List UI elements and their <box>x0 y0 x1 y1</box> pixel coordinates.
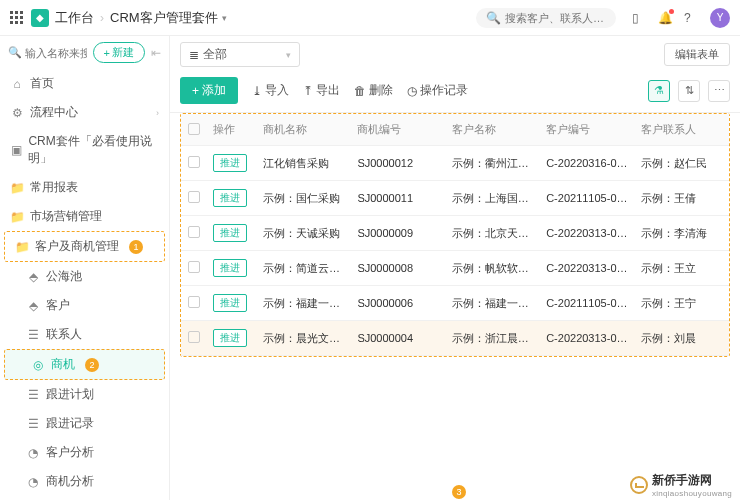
cell-custcode: C-20220313-0000004 <box>540 321 634 356</box>
export-button[interactable]: ⤒导出 <box>303 82 340 99</box>
row-checkbox[interactable] <box>188 296 200 308</box>
trash-icon: 🗑 <box>354 84 366 98</box>
workspace-title[interactable]: 工作台 <box>55 9 94 27</box>
sidebar-item-6[interactable]: ⬘公海池 <box>0 262 169 291</box>
nav-icon: ⚙ <box>10 106 24 120</box>
cell-code: SJ0000004 <box>351 321 445 356</box>
push-button[interactable]: 推进 <box>213 259 247 277</box>
import-icon: ⤓ <box>252 84 262 98</box>
sidebar-item-1[interactable]: ⚙流程中心› <box>0 98 169 127</box>
sidebar-item-label: 跟进记录 <box>46 415 94 432</box>
push-button[interactable]: 推进 <box>213 224 247 242</box>
sidebar-item-11[interactable]: ☰跟进记录 <box>0 409 169 438</box>
add-button[interactable]: +添加 <box>180 77 238 104</box>
select-all-checkbox[interactable] <box>188 123 200 135</box>
new-button[interactable]: +新建 <box>93 42 145 63</box>
push-button[interactable]: 推进 <box>213 154 247 172</box>
global-search-input[interactable] <box>505 12 606 24</box>
topbar: ◆ 工作台 › CRM客户管理套件 ▾ 🔍 ▯ 🔔 ? Y <box>0 0 740 36</box>
brand-icon: ◆ <box>31 9 49 27</box>
nav-icon: ◔ <box>26 475 40 489</box>
sidebar-item-9[interactable]: ◎商机2 <box>4 349 165 380</box>
cell-custcode: C-20220313-0000002 <box>540 216 634 251</box>
edit-form-button[interactable]: 编辑表单 <box>664 43 730 66</box>
col-header[interactable]: 客户名称 <box>446 114 540 146</box>
filter-icon[interactable]: ⚗ <box>648 80 670 102</box>
nav-icon: 📁 <box>15 240 29 254</box>
table-row[interactable]: 推进江化销售采购SJ0000012示例：衢州江化集团C-20220316-000… <box>181 146 729 181</box>
row-checkbox[interactable] <box>188 191 200 203</box>
app-launcher-icon[interactable] <box>10 11 23 24</box>
table-row[interactable]: 推进示例：晨光文具设备…SJ0000004示例：浙江晨光文具…C-2022031… <box>181 321 729 356</box>
sidebar-search-input[interactable] <box>25 47 87 59</box>
row-checkbox[interactable] <box>188 261 200 273</box>
sidebar-item-14[interactable]: 📁产品报价管理 <box>0 496 169 500</box>
cell-cust: 示例：浙江晨光文具… <box>446 321 540 356</box>
toolbar: +添加 ⤓导入 ⤒导出 🗑删除 ◷操作记录 ⚗ ⇅ ⋯ <box>170 73 740 113</box>
delete-button[interactable]: 🗑删除 <box>354 82 393 99</box>
table-row[interactable]: 推进示例：国仁采购SJ0000011示例：上海国仁有限…C-20211105-0… <box>181 181 729 216</box>
cell-name: 示例：福建一高3月订单 <box>257 286 351 321</box>
avatar[interactable]: Y <box>710 8 730 28</box>
table-row[interactable]: 推进示例：简道云采购SJ0000008示例：帆软软件有限公司C-20220313… <box>181 251 729 286</box>
push-button[interactable]: 推进 <box>213 294 247 312</box>
sidebar-item-label: 公海池 <box>46 268 82 285</box>
nav-icon: ◔ <box>26 446 40 460</box>
sidebar-item-label: 客户 <box>46 297 70 314</box>
collapse-icon[interactable]: ⇤ <box>151 46 161 60</box>
settings-icon[interactable]: ⋯ <box>708 80 730 102</box>
watermark: 新侨手游网 xinqiaoshouyouwang <box>630 472 732 498</box>
sidebar-item-3[interactable]: 📁常用报表 <box>0 173 169 202</box>
row-checkbox[interactable] <box>188 156 200 168</box>
main-panel: ≣全部 ▾ 编辑表单 +添加 ⤓导入 ⤒导出 🗑删除 ◷操作记录 ⚗ ⇅ ⋯ 操… <box>170 36 740 500</box>
cell-name: 示例：晨光文具设备… <box>257 321 351 356</box>
notification-icon[interactable]: 🔔 <box>658 11 672 25</box>
sidebar-item-12[interactable]: ◔客户分析 <box>0 438 169 467</box>
sidebar-item-label: 跟进计划 <box>46 386 94 403</box>
sidebar-item-label: CRM套件「必看使用说明」 <box>28 133 159 167</box>
push-button[interactable]: 推进 <box>213 329 247 347</box>
sidebar-item-0[interactable]: ⌂首页 <box>0 69 169 98</box>
import-button[interactable]: ⤓导入 <box>252 82 289 99</box>
nav-icon: ☰ <box>26 328 40 342</box>
push-button[interactable]: 推进 <box>213 189 247 207</box>
row-checkbox[interactable] <box>188 331 200 343</box>
sidebar-item-7[interactable]: ⬘客户 <box>0 291 169 320</box>
sidebar-item-10[interactable]: ☰跟进计划 <box>0 380 169 409</box>
sidebar-item-label: 首页 <box>30 75 54 92</box>
breadcrumb-sep: › <box>100 11 104 25</box>
nav-icon: 📁 <box>10 210 24 224</box>
cell-code: SJ0000009 <box>351 216 445 251</box>
sidebar-item-5[interactable]: 📁客户及商机管理1 <box>4 231 165 262</box>
bookmark-icon[interactable]: ▯ <box>632 11 646 25</box>
col-header[interactable]: 操作 <box>207 114 257 146</box>
chevron-down-icon[interactable]: ▾ <box>222 13 227 23</box>
col-header[interactable]: 商机名称 <box>257 114 351 146</box>
sidebar-search[interactable]: 🔍 <box>8 46 87 59</box>
log-button[interactable]: ◷操作记录 <box>407 82 468 99</box>
nav-icon: ☰ <box>26 388 40 402</box>
table-row[interactable]: 推进示例：福建一高3月订单SJ0000006示例：福建一高集团C-2021110… <box>181 286 729 321</box>
cell-contact: 示例：赵仁民 <box>635 146 729 181</box>
view-selector[interactable]: ≣全部 ▾ <box>180 42 300 67</box>
suite-title[interactable]: CRM客户管理套件 <box>110 9 218 27</box>
col-header[interactable]: 商机编号 <box>351 114 445 146</box>
nav-icon: 📁 <box>10 181 24 195</box>
sidebar-item-label: 客户分析 <box>46 444 94 461</box>
col-header[interactable]: 客户联系人 <box>635 114 729 146</box>
global-search[interactable]: 🔍 <box>476 8 616 28</box>
table-row[interactable]: 推进示例：天诚采购SJ0000009示例：北京天诚软件…C-20220313-0… <box>181 216 729 251</box>
chevron-right-icon: › <box>156 108 159 118</box>
sidebar-item-8[interactable]: ☰联系人 <box>0 320 169 349</box>
watermark-icon <box>630 476 648 494</box>
sidebar-item-13[interactable]: ◔商机分析 <box>0 467 169 496</box>
col-header[interactable]: 客户编号 <box>540 114 634 146</box>
table-container: 操作商机名称商机编号客户名称客户编号客户联系人 推进江化销售采购SJ000001… <box>170 113 740 500</box>
sort-icon[interactable]: ⇅ <box>678 80 700 102</box>
sidebar-item-4[interactable]: 📁市场营销管理 <box>0 202 169 231</box>
help-icon[interactable]: ? <box>684 11 698 25</box>
sidebar-item-2[interactable]: ▣CRM套件「必看使用说明」 <box>0 127 169 173</box>
cell-code: SJ0000006 <box>351 286 445 321</box>
row-checkbox[interactable] <box>188 226 200 238</box>
plus-icon: + <box>192 84 199 98</box>
